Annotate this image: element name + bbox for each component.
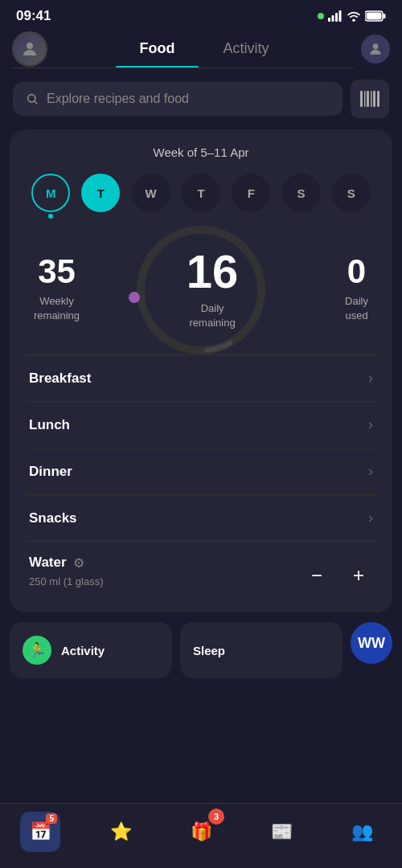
status-time: 09:41 [16, 8, 51, 24]
svg-rect-5 [384, 14, 386, 18]
nav-today-icon-wrap: 📅 5 [20, 812, 60, 852]
meal-snacks-label: Snacks [29, 510, 77, 526]
used-stat: 0 Dailyused [345, 252, 368, 323]
nav-social-icon-wrap: 👥 [342, 812, 382, 852]
daily-label: Dailyremaining [187, 301, 239, 330]
used-label: Dailyused [345, 294, 368, 323]
weekly-number: 35 [34, 252, 80, 291]
wifi-icon [347, 10, 361, 22]
daily-number: 16 [187, 244, 239, 298]
activity-preview-label: Activity [61, 644, 105, 657]
chevron-lunch-icon: › [368, 416, 373, 433]
meal-lunch[interactable]: Lunch › [26, 402, 376, 448]
barcode-button[interactable] [351, 80, 389, 118]
water-title: Water ⚙ [29, 555, 302, 571]
nav-rewards-icon-wrap: 🎁 3 [181, 812, 221, 852]
svg-rect-3 [339, 10, 342, 22]
water-section: Water ⚙ 250 ml (1 glass) − + [26, 542, 376, 596]
meal-dinner-label: Dinner [29, 464, 72, 480]
avatar-image [14, 33, 46, 65]
svg-point-8 [373, 43, 379, 49]
water-sub: 250 ml (1 glass) [29, 575, 103, 588]
tabs-container: Food Activity [55, 29, 353, 68]
weekly-stat: 35 Weeklyremaining [34, 252, 80, 323]
meal-list: Breakfast › Lunch › Dinner › Snacks › [26, 354, 376, 542]
svg-rect-2 [335, 13, 338, 22]
water-label: Water [29, 555, 67, 571]
week-header: Week of 5–11 Apr [26, 145, 376, 159]
ww-logo[interactable]: WW [351, 622, 392, 664]
main-card: Week of 5–11 Apr M T W T F S S 35 Weekly… [10, 129, 392, 612]
svg-rect-12 [367, 91, 369, 107]
sleep-preview-card[interactable]: Sleep [180, 622, 343, 678]
activity-preview-icon: 🏃 [23, 636, 51, 665]
tab-activity[interactable]: Activity [199, 29, 293, 68]
battery-icon [365, 10, 386, 22]
svg-rect-15 [377, 91, 379, 107]
day-sunday[interactable]: S [332, 174, 371, 212]
svg-rect-11 [364, 91, 366, 107]
status-icons [318, 10, 386, 22]
day-thursday[interactable]: T [182, 174, 220, 212]
progress-dot [129, 292, 140, 303]
rewards-badge: 3 [208, 809, 224, 825]
calendar-icon: 📅 [30, 821, 51, 842]
svg-rect-1 [332, 15, 334, 22]
nav-tabs: Food Activity [0, 29, 402, 68]
bottom-nav: 📅 5 ⭐ 🎁 3 📰 👥 [0, 803, 402, 868]
activity-preview-card[interactable]: 🏃 Activity [10, 622, 172, 678]
nav-rewards[interactable]: 🎁 3 [181, 812, 221, 852]
day-tuesday[interactable]: T [81, 174, 120, 212]
nav-favorites-icon-wrap: ⭐ [100, 812, 141, 852]
barcode-icon [359, 88, 381, 110]
meal-snacks[interactable]: Snacks › [26, 495, 376, 542]
search-icon [26, 92, 39, 105]
meal-dinner[interactable]: Dinner › [26, 448, 376, 495]
social-icon: 👥 [351, 821, 373, 842]
nav-social[interactable]: 👥 [342, 812, 382, 852]
bottom-preview: 🏃 Activity Sleep WW [0, 622, 402, 678]
day-monday[interactable]: M [31, 174, 70, 212]
water-controls: − + [302, 561, 373, 590]
day-wednesday[interactable]: W [132, 174, 170, 212]
water-info: Water ⚙ 250 ml (1 glass) [29, 555, 302, 588]
water-minus-button[interactable]: − [302, 561, 331, 590]
gear-icon[interactable]: ⚙ [73, 555, 84, 571]
search-bar[interactable]: Explore recipes and food [13, 82, 343, 116]
profile-button[interactable] [361, 35, 390, 63]
active-indicator [318, 13, 324, 19]
chevron-dinner-icon: › [368, 463, 373, 480]
tab-food[interactable]: Food [116, 29, 199, 68]
avatar[interactable] [12, 31, 47, 67]
status-bar: 09:41 [0, 0, 402, 29]
weekly-label: Weeklyremaining [34, 294, 80, 323]
day-saturday[interactable]: S [282, 174, 321, 212]
chevron-snacks-icon: › [368, 510, 373, 526]
signal-icon [328, 10, 343, 22]
svg-rect-10 [360, 91, 363, 107]
day-friday[interactable]: F [232, 174, 270, 212]
day-selector: M T W T F S S [26, 174, 376, 212]
water-plus-button[interactable]: + [344, 561, 373, 590]
search-placeholder: Explore recipes and food [47, 92, 189, 106]
svg-rect-13 [371, 91, 372, 107]
tab-divider [12, 68, 354, 68]
svg-rect-14 [373, 91, 375, 107]
svg-point-7 [27, 43, 33, 49]
articles-icon: 📰 [271, 821, 293, 842]
gift-icon: 🎁 [191, 821, 212, 842]
today-badge: 5 [46, 813, 57, 824]
sleep-preview-label: Sleep [193, 644, 225, 657]
svg-rect-0 [328, 18, 330, 22]
meal-lunch-label: Lunch [29, 417, 70, 433]
daily-stat: 16 Dailyremaining [187, 244, 239, 330]
nav-today[interactable]: 📅 5 [20, 812, 60, 852]
nav-favorites[interactable]: ⭐ [100, 812, 141, 852]
used-number: 0 [345, 252, 368, 291]
search-section: Explore recipes and food [0, 68, 402, 129]
nav-articles-icon-wrap: 📰 [261, 812, 302, 852]
chevron-breakfast-icon: › [368, 370, 373, 387]
svg-rect-6 [367, 13, 382, 20]
meal-breakfast-label: Breakfast [29, 371, 92, 387]
nav-articles[interactable]: 📰 [261, 812, 302, 852]
